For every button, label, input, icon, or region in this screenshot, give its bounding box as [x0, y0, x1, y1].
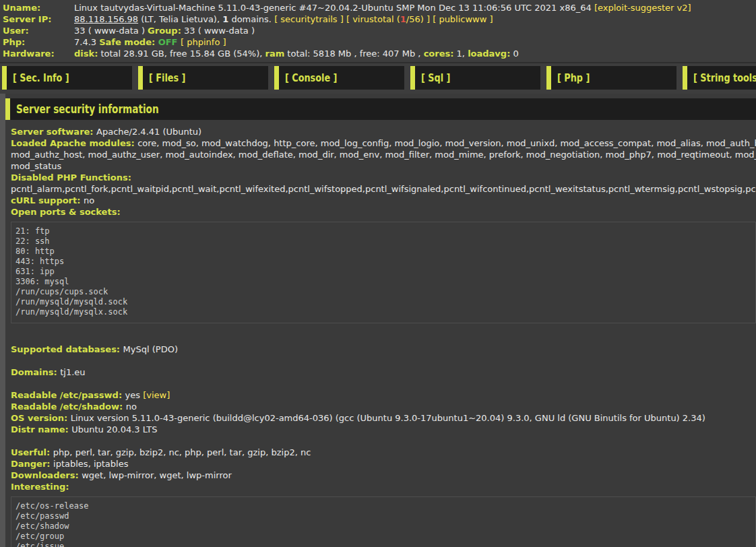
tab-php[interactable]: [ Php ]: [546, 66, 676, 90]
tab-sql[interactable]: [ Sql ]: [410, 66, 540, 90]
server-software-value: Apache/2.4.41 (Ubuntu): [96, 127, 201, 137]
loadavg-value: 0: [510, 49, 518, 59]
tab-php-label: [ Php ]: [557, 71, 590, 84]
cores-value: 1,: [453, 49, 468, 59]
userful-line: Userful: php, perl, tar, gzip, bzip2, nc…: [11, 447, 756, 458]
databases-label: Supported databases:: [11, 344, 123, 354]
danger-label: Danger:: [11, 459, 53, 469]
server-info-table: Uname: Linux tautvydas-Virtual-Machine 5…: [0, 2, 756, 63]
view-passwd-link[interactable]: [view]: [143, 390, 170, 400]
user-text: 33 ( www-data ): [74, 26, 148, 36]
apache-modules-line-1: Loaded Apache modules: core, mod_so, mod…: [11, 137, 756, 149]
tab-console-label: [ Console ]: [285, 71, 337, 84]
danger-line: Danger: iptables, iptables: [11, 458, 756, 470]
disk-label: disk:: [74, 49, 98, 59]
gap: [11, 378, 756, 389]
domains-value: tj1.eu: [60, 367, 85, 377]
open-ports-label-line: Open ports & sockets:: [11, 206, 756, 218]
curl-value: no: [84, 195, 94, 205]
php-value: 7.4.3 Safe mode: OFF [ phpinfo ]: [74, 36, 226, 48]
gap: [11, 355, 756, 366]
os-version-line: OS version: Linux version 5.11.0-43-gene…: [11, 412, 756, 424]
phpinfo-link[interactable]: [ phpinfo ]: [181, 37, 226, 47]
tab-sec-info-label: [ Sec. Info ]: [13, 71, 69, 84]
domains-text: domains.: [228, 14, 274, 24]
tab-console[interactable]: [ Console ]: [274, 66, 404, 90]
interesting-label: Interesting:: [11, 482, 69, 492]
uname-row: Uname: Linux tautvydas-Virtual-Machine 5…: [3, 2, 753, 13]
virustotal-link-post: /56) ]: [406, 14, 433, 24]
downloaders-value: wget, lwp-mirror, wget, lwp-mirror: [82, 470, 232, 480]
disk-value: total 28.91 GB, free 15.84 GB (54%),: [98, 49, 265, 59]
publicwww-link[interactable]: [ publicwww ]: [433, 14, 493, 24]
server-ip-location: (LT, Telia Lietuva),: [138, 14, 222, 24]
interesting-files-block: /etc/os-release /etc/passwd /etc/shadow …: [11, 496, 756, 547]
curl-label: cURL support:: [11, 195, 84, 205]
php-label: Php:: [3, 36, 74, 48]
tab-files[interactable]: [ Files ]: [138, 66, 268, 90]
tab-string-tools-label: [ String tools ]: [693, 71, 756, 84]
uname-text: Linux tautvydas-Virtual-Machine 5.11.0-4…: [74, 3, 594, 13]
user-row: User: 33 ( www-data ) Group: 33 ( www-da…: [3, 25, 753, 36]
safe-mode-status: OFF: [155, 37, 181, 47]
uname-value: Linux tautvydas-Virtual-Machine 5.11.0-4…: [74, 2, 691, 13]
userful-label: Userful:: [11, 447, 53, 457]
ram-label: ram: [265, 49, 284, 59]
readable-passwd-line: Readable /etc/passwd: yes [view]: [11, 389, 756, 401]
hardware-label: Hardware:: [3, 48, 74, 59]
section-title: Server security information: [16, 102, 159, 116]
downloaders-line: Downloaders: wget, lwp-mirror, wget, lwp…: [11, 470, 756, 481]
tab-sec-info[interactable]: [ Sec. Info ]: [2, 66, 132, 90]
gap: [11, 435, 756, 447]
tab-string-tools[interactable]: [ String tools ]: [683, 66, 756, 90]
os-version-value: Linux version 5.11.0-43-generic (buildd@…: [71, 413, 705, 423]
distr-name-label: Distr name:: [11, 424, 71, 435]
php-row: Php: 7.4.3 Safe mode: OFF [ phpinfo ]: [3, 36, 753, 48]
group-value: 33 ( www-data ): [181, 26, 255, 36]
databases-value: MySql (PDO): [123, 344, 178, 354]
open-ports-label: Open ports & sockets:: [11, 207, 121, 217]
readable-passwd-label: Readable /etc/passwd:: [11, 390, 125, 400]
readable-shadow-label: Readable /etc/shadow:: [11, 401, 126, 412]
server-software-line: Server software: Apache/2.4.41 (Ubuntu): [11, 126, 756, 137]
domains-count: 1: [222, 14, 228, 24]
danger-value: iptables, iptables: [53, 459, 128, 469]
server-ip-link[interactable]: 88.118.156.98: [74, 14, 138, 24]
safe-mode-label: Safe mode:: [99, 37, 155, 47]
distr-name-value: Ubuntu 20.04.3 LTS: [71, 424, 157, 435]
readable-shadow-line: Readable /etc/shadow: no: [11, 401, 756, 412]
disabled-php-label-line: Disabled PHP Functions:: [11, 172, 756, 183]
domains-label: Domains:: [11, 367, 60, 377]
uname-label: Uname:: [3, 2, 74, 13]
databases-line: Supported databases: MySql (PDO): [11, 344, 756, 355]
loadavg-label: loadavg:: [468, 49, 510, 59]
exploit-suggester-link[interactable]: [exploit-suggester v2]: [594, 3, 691, 13]
virustotal-link[interactable]: [ virustotal (1/56) ]: [344, 14, 433, 24]
domains-line: Domains: tj1.eu: [11, 366, 756, 378]
curl-line: cURL support: no: [11, 195, 756, 206]
interesting-label-line: Interesting:: [11, 481, 756, 492]
open-ports-block: 21: ftp 22: ssh 80: http 443: https 631:…: [11, 222, 756, 323]
ram-value: total: 5818 Mb , free: 407 Mb ,: [284, 49, 423, 59]
apache-modules-value-1: core, mod_so, mod_watchdog, http_core, m…: [137, 138, 756, 148]
tab-files-label: [ Files ]: [149, 71, 185, 84]
virustotal-detections: 1: [400, 14, 406, 24]
disabled-php-value-line: pcntl_alarm,pcntl_fork,pcntl_waitpid,pcn…: [11, 183, 756, 195]
gap: [11, 323, 756, 344]
hardware-value: disk: total 28.91 GB, free 15.84 GB (54%…: [74, 48, 519, 59]
distr-name-line: Distr name: Ubuntu 20.04.3 LTS: [11, 424, 756, 435]
apache-modules-label: Loaded Apache modules:: [11, 138, 137, 148]
tab-bar: [ Sec. Info ] [ Files ] [ Console ] [ Sq…: [2, 66, 756, 94]
userful-value: php, perl, tar, gzip, bzip2, nc, php, pe…: [53, 447, 311, 457]
server-info-header: Uname: Linux tautvydas-Virtual-Machine 5…: [0, 0, 756, 94]
readable-shadow-value: no: [126, 401, 137, 412]
apache-modules-line-2: mod_authz_host, mod_authz_user, mod_auto…: [11, 149, 756, 160]
apache-modules-line-3: mod_status: [11, 160, 756, 172]
server-ip-value: 88.118.156.98 (LT, Telia Lietuva), 1 dom…: [74, 13, 493, 25]
group-label: Group:: [148, 26, 181, 36]
readable-passwd-value: yes: [125, 390, 144, 400]
server-ip-row: Server IP: 88.118.156.98 (LT, Telia Liet…: [3, 13, 753, 25]
securitytrails-link[interactable]: [ securitytrails ]: [274, 14, 344, 24]
php-version: 7.4.3: [74, 37, 99, 47]
downloaders-label: Downloaders:: [11, 470, 82, 480]
